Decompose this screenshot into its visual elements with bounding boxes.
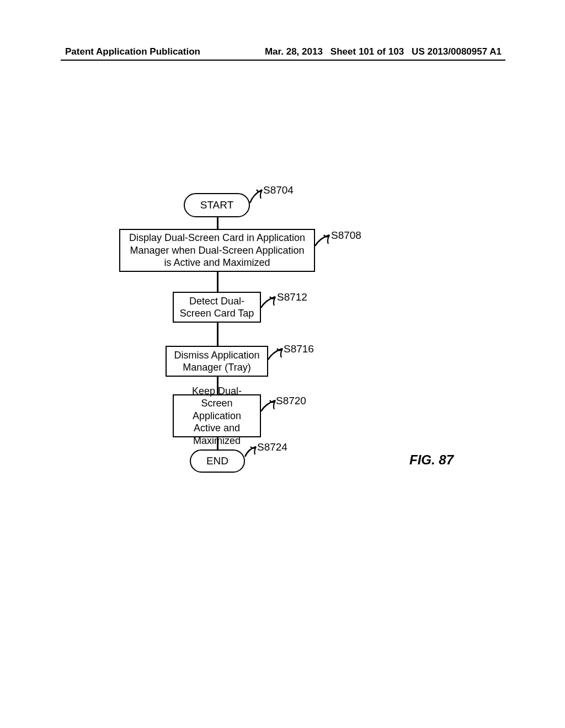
flow-end: END [190, 449, 245, 473]
flow-step-s8712: Detect Dual-Screen Card Tap [173, 292, 261, 323]
flow-step-text: Detect Dual-Screen Card Tap [179, 295, 254, 320]
step-ref-s8720: S8720 [276, 395, 306, 407]
flow-step-s8716: Dismiss Application Manager (Tray) [166, 346, 268, 377]
header-rule [61, 60, 505, 61]
step-ref-s8712: S8712 [277, 291, 307, 303]
flow-step-text: Dismiss Application Manager (Tray) [172, 349, 262, 374]
step-ref-s8716: S8716 [284, 343, 314, 355]
header-pubnum: US 2013/0080957 A1 [412, 46, 502, 57]
flow-start: START [184, 193, 250, 217]
header-date: Mar. 28, 2013 [265, 46, 323, 57]
leader-line [267, 346, 286, 362]
leader-line [260, 295, 279, 310]
flow-step-text: Keep Dual-Screen Application Active and … [179, 385, 254, 447]
flow-connector [217, 272, 218, 292]
step-ref-s8724: S8724 [257, 441, 287, 453]
flow-connector [217, 323, 218, 346]
step-ref-s8708: S8708 [331, 229, 361, 242]
header-title: Patent Application Publication [65, 46, 200, 57]
step-ref-s8704: S8704 [263, 184, 294, 196]
leader-line [314, 233, 333, 248]
flow-step-s8708: Display Dual-Screen Card in Application … [119, 229, 315, 272]
header-sheet: Sheet 101 of 103 [331, 46, 404, 57]
flow-start-label: START [200, 199, 234, 212]
flow-connector [217, 217, 218, 229]
flow-step-text: Display Dual-Screen Card in Application … [126, 232, 308, 269]
figure-label: FIG. 87 [409, 452, 454, 468]
flow-step-s8720: Keep Dual-Screen Application Active and … [173, 394, 261, 437]
page-header: Patent Application Publication Mar. 28, … [0, 46, 565, 57]
flow-end-label: END [206, 454, 228, 468]
